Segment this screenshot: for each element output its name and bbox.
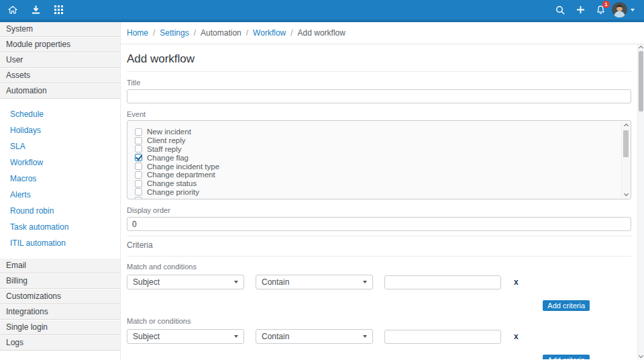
scroll-up-icon[interactable]	[639, 46, 643, 50]
remove-criteria-button[interactable]: x	[514, 277, 519, 287]
sidebar-item-macros[interactable]: Macros	[0, 171, 120, 187]
download-button[interactable]	[24, 0, 47, 21]
title-input[interactable]	[127, 89, 631, 103]
display-order-input[interactable]	[127, 217, 631, 231]
checkbox[interactable]	[135, 145, 142, 152]
divider	[127, 71, 631, 72]
checkbox[interactable]	[135, 128, 142, 136]
criteria-operator-select[interactable]: Contain	[256, 275, 373, 289]
criteria-field-select[interactable]: Subject	[127, 329, 244, 344]
sidebar-item-holidays[interactable]: Holidays	[0, 122, 120, 138]
settings-sidebar: System Module properties User Assets Aut…	[0, 22, 121, 359]
display-order-label: Display order	[127, 206, 631, 214]
page-title: Add workflow	[127, 52, 631, 66]
sidebar-item-task-automation[interactable]: Task automation	[0, 219, 120, 235]
add-criteria-button[interactable]: Add criteria	[543, 355, 590, 359]
criteria-groups: Match and conditions Subject Contain	[127, 263, 631, 359]
notification-badge: 1	[602, 1, 610, 8]
criteria-field-select[interactable]: Subject	[127, 275, 244, 289]
plus-icon	[576, 5, 585, 14]
home-icon	[8, 5, 17, 14]
sidebar-item-sla[interactable]: SLA	[0, 138, 120, 154]
content-area: Home / Settings / Automation / Workflow …	[121, 22, 644, 359]
search-icon	[555, 5, 565, 15]
checkbox[interactable]	[135, 163, 142, 170]
top-navbar: 1	[0, 0, 644, 22]
sidebar-item-workflow[interactable]: Workflow	[0, 154, 120, 171]
event-option-change-incident-type[interactable]: Change incident type	[135, 162, 631, 171]
sidebar-bottom-sections: Email Billing Customizations Integration…	[0, 259, 120, 351]
download-icon	[32, 5, 40, 14]
criteria-value-input[interactable]	[384, 275, 501, 289]
sidebar-section-customizations[interactable]: Customizations	[0, 289, 120, 304]
page-scrollbar[interactable]	[637, 44, 644, 359]
event-option-change-status[interactable]: Change status	[135, 179, 631, 188]
divider	[127, 256, 631, 257]
criteria-group-label: Match and conditions	[127, 263, 631, 271]
criteria-group-match-or-conditions: Match or conditions Subject Contain	[127, 317, 631, 359]
sidebar-item-schedule[interactable]: Schedule	[0, 106, 120, 122]
apps-button[interactable]	[47, 0, 70, 21]
event-option-change-department[interactable]: Change department	[135, 171, 631, 179]
sidebar-item-round-robin[interactable]: Round robin	[0, 203, 120, 219]
scroll-up-icon[interactable]	[624, 124, 629, 128]
checkbox[interactable]	[135, 188, 142, 195]
criteria-group-match-and-conditions: Match and conditions Subject Contain	[127, 263, 631, 311]
page-scroll-thumb[interactable]	[639, 51, 643, 111]
checkbox[interactable]	[135, 137, 142, 144]
sidebar-section-billing[interactable]: Billing	[0, 274, 120, 289]
navbar-left-group	[1, 0, 70, 21]
search-button[interactable]	[550, 0, 570, 21]
event-listbox[interactable]: New incident Client reply Staff reply Ch…	[127, 120, 631, 199]
scroll-down-icon[interactable]	[624, 191, 629, 196]
scroll-down-icon[interactable]	[639, 353, 643, 358]
chevron-down-icon	[234, 281, 238, 283]
criteria-value-input[interactable]	[384, 330, 501, 344]
listbox-scrollbar[interactable]	[621, 122, 630, 198]
checkbox[interactable]	[135, 180, 142, 187]
breadcrumb-home: Home /	[127, 28, 160, 38]
criteria-row: Subject Contain x	[127, 275, 631, 289]
event-option-change-flag[interactable]: Change flag	[135, 153, 631, 162]
criteria-heading: Criteria	[127, 240, 631, 250]
divider	[127, 236, 631, 236]
sidebar-item-alerts[interactable]: Alerts	[0, 187, 120, 203]
sidebar-section-logs[interactable]: Logs	[0, 336, 120, 351]
event-option-item[interactable]	[135, 196, 631, 199]
event-option-change-priority[interactable]: Change priority	[135, 188, 631, 197]
sidebar-section-module-properties[interactable]: Module properties	[0, 38, 120, 52]
event-option-staff-reply[interactable]: Staff reply	[135, 145, 631, 154]
event-label: Event	[127, 110, 631, 118]
sidebar-section-integrations[interactable]: Integrations	[0, 305, 120, 320]
breadcrumb: Home / Settings / Automation / Workflow …	[121, 22, 644, 44]
listbox-scroll-thumb[interactable]	[623, 130, 629, 157]
sidebar-top-sections: System Module properties User Assets Aut…	[0, 22, 120, 99]
remove-criteria-button[interactable]: x	[514, 332, 519, 341]
sidebar-section-assets[interactable]: Assets	[0, 69, 120, 83]
home-button[interactable]	[1, 0, 24, 21]
checkbox[interactable]	[135, 171, 142, 179]
chevron-down-icon	[234, 335, 238, 338]
add-criteria-button[interactable]: Add criteria	[543, 300, 590, 311]
sidebar-section-user[interactable]: User	[0, 53, 120, 68]
notifications-button[interactable]: 1	[590, 0, 610, 21]
user-menu[interactable]	[610, 0, 636, 21]
title-label: Title	[127, 79, 631, 87]
avatar	[612, 2, 627, 17]
sidebar-section-single-login[interactable]: Single login	[0, 320, 120, 335]
breadcrumb-automation: Automation /	[201, 28, 253, 38]
sidebar-section-email[interactable]: Email	[0, 259, 120, 273]
sidebar-item-itil-automation[interactable]: ITIL automation	[0, 235, 120, 251]
criteria-row: Subject Contain x	[127, 329, 631, 344]
event-option-client-reply[interactable]: Client reply	[135, 136, 631, 145]
sidebar-section-automation[interactable]: Automation	[0, 84, 120, 99]
checkbox[interactable]	[135, 154, 142, 161]
main-layout: System Module properties User Assets Aut…	[0, 22, 644, 359]
add-button[interactable]	[570, 0, 590, 21]
checkbox[interactable]	[135, 197, 142, 199]
sidebar-section-system[interactable]: System	[0, 22, 120, 37]
event-option-new-incident[interactable]: New incident	[135, 128, 631, 136]
apps-grid-icon	[54, 5, 63, 14]
criteria-group-label: Match or conditions	[127, 317, 631, 325]
criteria-operator-select[interactable]: Contain	[256, 329, 373, 344]
